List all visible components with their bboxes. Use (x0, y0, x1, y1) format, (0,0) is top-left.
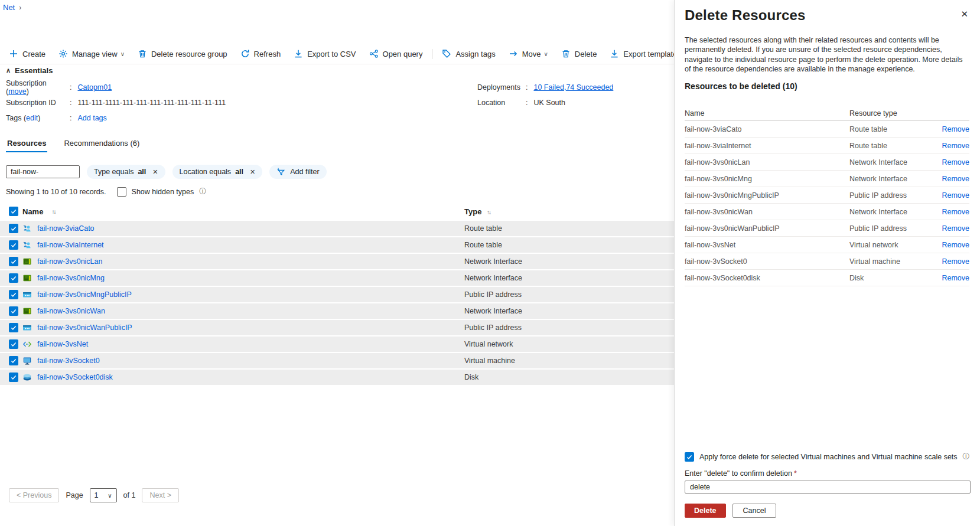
show-hidden-types-checkbox[interactable] (117, 187, 126, 197)
sort-icon[interactable]: ↑↓ (51, 208, 55, 215)
chevron-down-icon: ∨ (543, 51, 548, 57)
close-icon[interactable]: ✕ (250, 168, 255, 176)
panel-row-type: Route table (849, 142, 934, 150)
row-checkbox[interactable] (9, 339, 18, 349)
breadcrumb-link[interactable]: Net (3, 3, 15, 12)
tab-recommendations[interactable]: Recommendations (6) (63, 138, 141, 152)
resource-name-link[interactable]: fail-now-3viaInternet (37, 241, 104, 249)
panel-row-name: fail-now-3viaInternet (685, 142, 849, 150)
select-all-checkbox[interactable] (9, 207, 18, 216)
table-row[interactable]: fail-now-3vs0nicMngPublicIPPublic IP add… (0, 287, 674, 302)
row-checkbox[interactable] (9, 290, 18, 299)
remove-link[interactable]: Remove (942, 158, 969, 166)
toolbar-item-label: Export template (623, 50, 677, 58)
remove-link[interactable]: Remove (942, 142, 969, 150)
toolbar-item-assign-tags[interactable]: Assign tags (435, 46, 502, 61)
close-icon[interactable]: ✕ (152, 168, 158, 176)
sort-icon[interactable]: ↑↓ (487, 209, 490, 215)
row-checkbox[interactable] (9, 224, 18, 233)
table-row[interactable]: fail-now-3vs0nicWanPublicIPPublic IP add… (0, 320, 674, 335)
remove-link[interactable]: Remove (942, 274, 969, 282)
essentials-title: Essentials (15, 66, 53, 75)
toolbar-item-open-query[interactable]: Open query (363, 46, 429, 61)
next-page-button[interactable]: Next > (142, 488, 178, 502)
deployments-link[interactable]: 10 Failed,74 Succeeded (533, 83, 613, 92)
move-link[interactable]: move (8, 87, 27, 96)
resource-name-link[interactable]: fail-now-3vs0nicLan (37, 257, 102, 266)
page-select[interactable]: 1 ∨ (90, 488, 117, 502)
cancel-button[interactable]: Cancel (732, 504, 777, 518)
table-row[interactable]: fail-now-3viaInternetRoute table (0, 237, 674, 253)
info-icon[interactable]: ⓘ (963, 452, 970, 462)
remove-link[interactable]: Remove (942, 257, 969, 266)
row-checkbox[interactable] (9, 356, 18, 365)
table-row[interactable]: fail-now-3vSocket0Virtual machine (0, 353, 674, 368)
panel-row-type: Route table (849, 125, 934, 133)
panel-row-type: Virtual machine (849, 257, 934, 266)
ip-icon (22, 323, 32, 332)
resource-name-link[interactable]: fail-now-3viaCato (37, 224, 95, 233)
remove-link[interactable]: Remove (942, 125, 969, 133)
resource-name-link[interactable]: fail-now-3vs0nicWanPublicIP (37, 324, 132, 332)
table-row[interactable]: fail-now-3vs0nicWanNetwork Interface (0, 303, 674, 319)
filter-search-input[interactable] (6, 165, 80, 178)
remove-link[interactable]: Remove (942, 191, 969, 200)
table-row[interactable]: fail-now-3viaCatoRoute table (0, 221, 674, 236)
add-tags-link[interactable]: Add tags (77, 114, 106, 122)
table-row[interactable]: fail-now-3vSocket0diskDisk (0, 370, 674, 385)
resource-name-link[interactable]: fail-now-3vs0nicMngPublicIP (37, 290, 132, 299)
resource-name-link[interactable]: fail-now-3vs0nicWan (37, 307, 105, 315)
remove-link[interactable]: Remove (942, 175, 969, 183)
essentials-collapse-header[interactable]: ∧ Essentials (6, 66, 668, 75)
resource-name-link[interactable]: fail-now-3vs0nicMng (37, 274, 105, 282)
previous-page-button[interactable]: < Previous (9, 488, 59, 502)
table-row[interactable]: fail-now-3vsNetVirtual network (0, 336, 674, 352)
row-checkbox[interactable] (9, 306, 18, 316)
info-icon[interactable]: ⓘ (199, 187, 206, 197)
resource-name-link[interactable]: fail-now-3vSocket0 (37, 357, 100, 365)
toolbar-item-refresh[interactable]: Refresh (234, 46, 288, 61)
tag-icon (442, 49, 451, 58)
toolbar-item-export-to-csv[interactable]: Export to CSV (287, 46, 362, 61)
resource-type: Public IP address (464, 290, 674, 299)
delete-button[interactable]: Delete (685, 504, 726, 518)
table-row[interactable]: fail-now-3vs0nicLanNetwork Interface (0, 254, 674, 269)
filter-pill-type[interactable]: Type equals all ✕ (87, 165, 165, 179)
filter-pill-location[interactable]: Location equals all ✕ (172, 165, 263, 179)
force-delete-checkbox[interactable] (685, 452, 694, 462)
remove-link[interactable]: Remove (942, 241, 969, 249)
tab-resources[interactable]: Resources (6, 138, 47, 152)
resource-type: Public IP address (464, 324, 674, 332)
remove-link[interactable]: Remove (942, 224, 969, 233)
resource-name-link[interactable]: fail-now-3vsNet (37, 340, 88, 348)
row-checkbox[interactable] (9, 373, 18, 382)
table-row[interactable]: fail-now-3vs0nicMngNetwork Interface (0, 270, 674, 286)
toolbar-item-move[interactable]: Move∨ (502, 46, 555, 61)
name-column-header[interactable]: Name (22, 207, 43, 216)
row-checkbox[interactable] (9, 240, 18, 250)
arrow-right-icon (509, 49, 518, 58)
type-column-header[interactable]: Type (464, 207, 481, 216)
row-checkbox[interactable] (9, 257, 18, 266)
toolbar-item-create[interactable]: Create (2, 46, 52, 61)
toolbar-item-delete[interactable]: Delete (555, 46, 604, 61)
close-icon[interactable]: ✕ (961, 9, 968, 19)
row-checkbox[interactable] (9, 273, 18, 283)
toolbar-separator (432, 49, 432, 59)
resource-table-header: Name ↑↓ Type ↑↓ (0, 204, 674, 218)
disk-icon (22, 373, 32, 382)
tags-label: Tags (edit) (6, 114, 69, 122)
panel-type-header: Resource type (849, 109, 934, 117)
toolbar-item-manage-view[interactable]: Manage view∨ (52, 46, 131, 61)
remove-link[interactable]: Remove (942, 208, 969, 216)
add-filter-button[interactable]: Add filter (269, 165, 326, 179)
subscription-value-link[interactable]: Catopm01 (77, 83, 112, 92)
toolbar-item-export-template[interactable]: Export template (603, 46, 683, 61)
row-checkbox[interactable] (9, 323, 18, 332)
edit-tags-link[interactable]: edit (26, 114, 38, 122)
force-delete-label: Apply force delete for selected Virtual … (699, 453, 958, 461)
toolbar-item-delete-resource-group[interactable]: Delete resource group (131, 46, 234, 61)
resource-type: Virtual network (464, 340, 674, 348)
confirm-deletion-input[interactable] (685, 481, 971, 494)
resource-name-link[interactable]: fail-now-3vSocket0disk (37, 373, 113, 381)
